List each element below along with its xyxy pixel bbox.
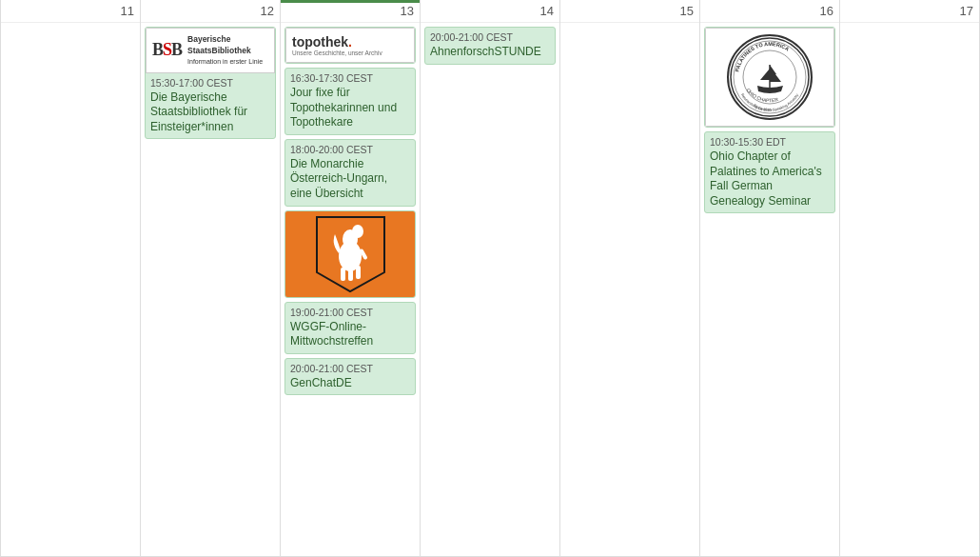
events-16: PALATINES TO AMERICA OHIO CHAPTER Resear… <box>700 23 839 217</box>
wggf-time: 19:00-21:00 CEST <box>290 307 410 318</box>
svg-point-3 <box>352 225 363 238</box>
day-number-16: 16 <box>700 0 839 23</box>
event-ohio[interactable]: 10:30-15:30 EDT Ohio Chapter of Palatine… <box>704 131 835 213</box>
bsb-logo: BSB BayerischeStaatsBibliothek Informati… <box>146 28 275 73</box>
day-col-11: 11 <box>1 0 141 557</box>
palatines-circle: PALATINES TO AMERICA OHIO CHAPTER Resear… <box>727 34 813 120</box>
events-17 <box>840 23 979 30</box>
event-topothek-logo[interactable]: topothek. Unsere Geschichte, unser Archi… <box>284 27 416 64</box>
day-col-13: 13 topothek. Unsere Geschichte, unser Ar… <box>281 0 421 557</box>
day-number-14: 14 <box>421 0 559 23</box>
day-number-12: 12 <box>141 0 280 23</box>
day-col-17: 17 <box>840 0 980 557</box>
day-number-11: 11 <box>1 0 140 23</box>
wggf-logo-image <box>285 211 415 297</box>
genchat-time: 20:00-21:00 CEST <box>290 363 410 374</box>
ohio-time: 10:30-15:30 EDT <box>710 136 830 148</box>
svg-rect-6 <box>356 266 361 279</box>
bsb-text: BayerischeStaatsBibliothek Information i… <box>187 34 263 67</box>
day-col-15: 15 <box>560 0 700 557</box>
topothek-logo: topothek. Unsere Geschichte, unser Archi… <box>285 28 415 63</box>
genchat-title: GenChatDE <box>290 376 410 391</box>
event-genchat[interactable]: 20:00-21:00 CEST GenChatDE <box>284 358 416 396</box>
day-number-13: 13 <box>281 0 420 23</box>
bsb-initials: BSB <box>152 40 182 60</box>
ahnen-time: 20:00-21:00 CEST <box>430 31 550 43</box>
monarchie-title: Die Monarchie Österreich-Ungarn, eine Üb… <box>290 157 410 202</box>
events-14: 20:00-21:00 CEST AhnenforschSTUNDE <box>421 23 559 69</box>
event-jour-fixe[interactable]: 16:30-17:30 CEST Jour fixe für Topotheka… <box>284 68 416 135</box>
wggf-title: WGGF-Online-Mittwochstreffen <box>290 320 410 349</box>
jour-fixe-time: 16:30-17:30 CEST <box>290 72 410 84</box>
ahnen-title: AhnenforschSTUNDE <box>430 45 550 60</box>
bsb-title: Die Bayerische Staatsbibliothek für Eins… <box>150 90 270 135</box>
event-wggf[interactable]: 19:00-21:00 CEST WGGF-Online-Mittwochstr… <box>284 302 416 354</box>
svg-rect-4 <box>341 268 345 281</box>
day-col-12: 12 BSB BayerischeStaatsBibliothek Inform… <box>141 0 281 557</box>
event-monarchie[interactable]: 18:00-20:00 CEST Die Monarchie Österreic… <box>284 139 416 207</box>
wggf-shield-svg <box>315 215 386 293</box>
monarchie-time: 18:00-20:00 CEST <box>290 144 410 155</box>
day-col-16: 16 <box>700 0 840 557</box>
jour-fixe-title: Jour fixe für Topothekarinnen und Topoth… <box>290 86 410 130</box>
palatines-logo-image: PALATINES TO AMERICA OHIO CHAPTER Resear… <box>705 28 834 127</box>
event-wggf-logo[interactable] <box>284 210 416 298</box>
day-col-14: 14 20:00-21:00 CEST AhnenforschSTUNDE <box>421 0 560 557</box>
bsb-event-content: 15:30-17:00 CEST Die Bayerische Staatsbi… <box>146 73 275 139</box>
palatines-svg: PALATINES TO AMERICA OHIO CHAPTER Resear… <box>729 36 811 118</box>
svg-rect-5 <box>348 269 353 281</box>
bsb-time: 15:30-17:00 CEST <box>150 77 270 89</box>
event-palatines-logo[interactable]: PALATINES TO AMERICA OHIO CHAPTER Resear… <box>704 27 835 128</box>
event-ahnen[interactable]: 20:00-21:00 CEST AhnenforschSTUNDE <box>424 27 556 65</box>
events-15 <box>560 23 699 30</box>
calendar-grid: 11 12 BSB BayerischeStaatsBibliothek Inf… <box>0 0 980 557</box>
events-11 <box>1 23 140 30</box>
event-bsb[interactable]: BSB BayerischeStaatsBibliothek Informati… <box>145 27 276 139</box>
events-12: BSB BayerischeStaatsBibliothek Informati… <box>141 23 280 143</box>
day-number-17: 17 <box>840 0 979 23</box>
events-13: topothek. Unsere Geschichte, unser Archi… <box>281 23 420 399</box>
ohio-title: Ohio Chapter of Palatines to America's F… <box>710 149 830 209</box>
day-number-15: 15 <box>560 0 699 23</box>
